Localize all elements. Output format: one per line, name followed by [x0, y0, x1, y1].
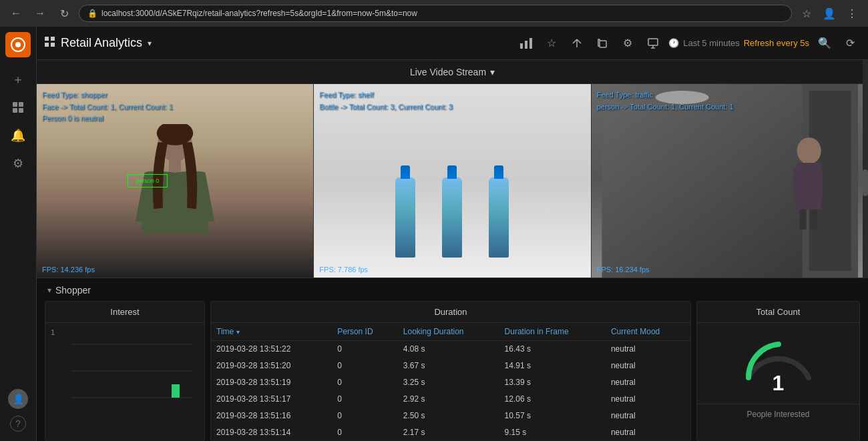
people-interested-label: People Interested: [697, 404, 859, 424]
video-scrollbar[interactable]: [863, 60, 868, 278]
svg-rect-32: [172, 384, 180, 398]
video-overlay-1: Feed Type: shopper Face -> Total Count: …: [42, 89, 173, 125]
nav-refresh-button[interactable]: ⟳: [840, 33, 860, 53]
address-bar[interactable]: 🔒 localhost:3000/d/ASkE7Rqiz/retail-anal…: [79, 5, 792, 22]
cell-looking-duration: 2.17 s: [398, 424, 499, 441]
nav-star-button[interactable]: ☆: [541, 33, 562, 53]
cell-person-id: 0: [332, 391, 398, 408]
svg-rect-5: [19, 108, 23, 113]
video-stream-header[interactable]: Live Video Stream ▾: [37, 60, 868, 84]
nav-share-button[interactable]: [567, 33, 587, 53]
video-cell-traffic: Feed Type: traffic person -> Total Count…: [592, 84, 868, 278]
feed-info-3: person -> Total Count: 1, Current Count:…: [597, 101, 734, 113]
sidebar-item-dashboard[interactable]: [5, 95, 31, 120]
cell-duration-in-frame: 12.06 s: [499, 391, 606, 408]
sidebar-item-help[interactable]: ?: [10, 416, 26, 432]
feed-info-1: Face -> Total Count: 1, Current Count: 1: [42, 101, 173, 113]
video-cell-shopper: person 0 Feed Type: shopper Face -> Tota…: [37, 84, 314, 278]
interest-panel-title: Interest: [45, 302, 204, 323]
video-scrollbar-thumb[interactable]: [863, 169, 868, 196]
shopper-header[interactable]: ▾ Shopper: [37, 278, 868, 301]
svg-rect-14: [648, 39, 658, 45]
cell-duration-in-frame: 13.39 s: [499, 374, 606, 391]
browser-bar: ← → ↻ 🔒 localhost:3000/d/ASkE7Rqiz/retai…: [0, 0, 868, 27]
duration-table: Time ▾ Person ID Looking Duration Durati…: [211, 323, 690, 441]
browser-menu-button[interactable]: ⋮: [843, 4, 861, 23]
svg-rect-25: [793, 167, 801, 201]
cell-looking-duration: 3.67 s: [398, 358, 499, 374]
content-area: Live Video Stream ▾: [37, 60, 868, 441]
svg-rect-10: [520, 43, 523, 49]
bottle-3: [489, 177, 509, 258]
cell-duration-in-frame: 10.57 s: [499, 408, 606, 424]
feed-type-1: Feed Type: shopper: [42, 89, 173, 101]
gauge-number: 1: [773, 371, 785, 396]
app-title: Retail Analytics: [61, 36, 142, 50]
corridor-bg: [592, 84, 868, 278]
sort-arrow: ▾: [236, 328, 240, 336]
table-row: 2019-03-28 13:51:14 0 2.17 s 9.15 s neut…: [211, 424, 690, 441]
col-looking-duration[interactable]: Looking Duration: [398, 323, 499, 341]
cell-time: 2019-03-28 13:51:17: [211, 391, 332, 408]
nav-chart-button[interactable]: [516, 33, 536, 53]
refresh-label[interactable]: Refresh every 5s: [744, 38, 809, 48]
time-label: Last 5 minutes: [683, 38, 740, 48]
svg-rect-17: [169, 161, 181, 173]
app-logo[interactable]: [5, 32, 31, 57]
cell-looking-duration: 2.92 s: [398, 391, 499, 408]
cell-looking-duration: 4.08 s: [398, 341, 499, 358]
cell-time: 2019-03-28 13:51:22: [211, 341, 332, 358]
interest-chart: 1: [45, 323, 204, 416]
col-time[interactable]: Time ▾: [211, 323, 332, 341]
table-row: 2019-03-28 13:51:22 0 4.08 s 16.43 s neu…: [211, 341, 690, 358]
feed-info-2: Bottle -> Total Count: 3, Current Count:…: [319, 101, 452, 113]
video-grid: person 0 Feed Type: shopper Face -> Tota…: [37, 84, 868, 278]
cell-person-id: 0: [332, 358, 398, 374]
cell-time: 2019-03-28 13:51:16: [211, 408, 332, 424]
cell-person-id: 0: [332, 341, 398, 358]
feed-detail-1: Person 0 is neutral: [42, 113, 173, 125]
cell-mood: neutral: [606, 341, 690, 358]
nav-grid-icon[interactable]: [45, 37, 55, 50]
time-info: 🕐 Last 5 minutes Refresh every 5s: [668, 38, 809, 48]
svg-rect-8: [45, 43, 49, 47]
shopper-title: Shopper: [55, 285, 91, 296]
back-button[interactable]: ←: [7, 4, 25, 23]
nav-search-button[interactable]: 🔍: [815, 33, 835, 53]
title-dropdown-icon[interactable]: ▾: [148, 39, 152, 48]
bottle-2: [442, 177, 462, 258]
cell-looking-duration: 2.50 s: [398, 408, 499, 424]
profile-button[interactable]: 👤: [820, 4, 839, 23]
col-current-mood[interactable]: Current Mood: [606, 323, 690, 341]
svg-rect-27: [799, 209, 806, 230]
nav-settings-button[interactable]: ⚙: [618, 33, 638, 53]
sidebar-item-add[interactable]: ＋: [5, 67, 31, 92]
svg-rect-3: [19, 102, 23, 107]
cell-mood: neutral: [606, 358, 690, 374]
bookmark-button[interactable]: ☆: [797, 4, 816, 23]
total-count-panel: Total Count 1 People Interested: [696, 301, 860, 441]
svg-rect-2: [13, 102, 17, 107]
browser-actions: ☆ 👤 ⋮: [797, 4, 861, 23]
shopper-collapse-icon: ▾: [47, 286, 51, 295]
video-cell-shelf: Feed Type: shelf Bottle -> Total Count: …: [314, 84, 591, 278]
top-nav: Retail Analytics ▾ ☆: [37, 27, 868, 60]
cell-duration-in-frame: 9.15 s: [499, 424, 606, 441]
sidebar-item-alerts[interactable]: 🔔: [5, 123, 31, 148]
sidebar-item-settings[interactable]: ⚙: [5, 151, 31, 176]
avatar[interactable]: 👤: [8, 389, 28, 409]
feed-type-3: Feed Type: traffic: [597, 89, 734, 101]
forward-button[interactable]: →: [31, 4, 49, 23]
svg-rect-11: [525, 41, 527, 49]
nav-monitor-button[interactable]: [643, 33, 663, 53]
sidebar: ＋ 🔔 ⚙ 👤 ?: [0, 27, 37, 441]
col-person-id[interactable]: Person ID: [332, 323, 398, 341]
svg-rect-12: [529, 38, 532, 49]
col-duration-in-frame[interactable]: Duration in Frame: [499, 323, 606, 341]
nav-copy-button[interactable]: [592, 33, 612, 53]
video-overlay-3: Feed Type: traffic person -> Total Count…: [597, 89, 734, 113]
svg-rect-6: [45, 37, 49, 41]
reload-button[interactable]: ↻: [55, 4, 73, 23]
cell-person-id: 0: [332, 408, 398, 424]
person-silhouette-1: [128, 124, 222, 258]
